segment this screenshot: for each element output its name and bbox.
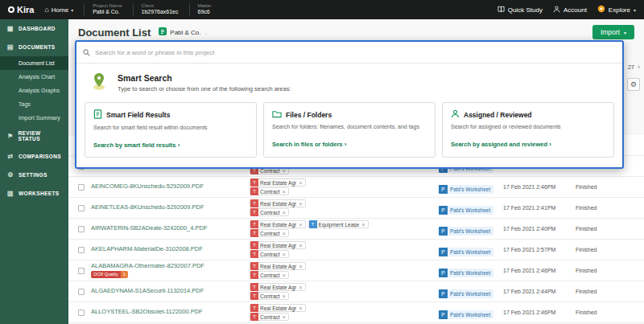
search-input[interactable] bbox=[95, 49, 616, 56]
tag-remove-icon[interactable]: × bbox=[283, 293, 286, 300]
home-button[interactable]: ⌂ Home ▾ bbox=[44, 6, 73, 14]
sidebar-item-documents[interactable]: ▤DOCUMENTS bbox=[0, 38, 68, 56]
pagination-next-icon[interactable]: › bbox=[638, 63, 640, 71]
sidebar-item-worksheets[interactable]: ▥WORKSHEETS bbox=[0, 184, 68, 203]
import-button[interactable]: Import ▾ bbox=[592, 25, 634, 39]
row-checkbox[interactable] bbox=[78, 310, 85, 316]
settings-icon: ⚙ bbox=[6, 171, 14, 178]
row-checkbox[interactable] bbox=[78, 184, 85, 191]
card-link[interactable]: Search by assigned and reviewed › bbox=[451, 141, 551, 148]
tag-label: Real Estate Agr bbox=[260, 180, 296, 186]
tag-remove-icon[interactable]: × bbox=[283, 272, 286, 279]
tag-remove-icon[interactable]: × bbox=[299, 263, 302, 270]
card-link[interactable]: Search by smart field results › bbox=[93, 141, 180, 149]
search-card-smart-field-results[interactable]: Smart Field ResultsSearch for smart fiel… bbox=[85, 102, 257, 158]
smart-field-tags: TReal Estate Agr×TContract× bbox=[250, 199, 439, 216]
sidebar-item-analysis-graphs[interactable]: Analysis Graphs bbox=[0, 84, 68, 97]
ocr-quality-badge: OCR Quality1 bbox=[91, 271, 128, 278]
worksheet-badge[interactable]: PPabl's Worksheet bbox=[439, 269, 493, 277]
tag-remove-icon[interactable]: × bbox=[299, 242, 302, 249]
project-name-field: Project Name Pabl & Co. bbox=[84, 3, 122, 16]
document-link[interactable]: AIRWATERIN-SB2ADeale-3242000_4.PDF bbox=[91, 225, 250, 232]
account-button[interactable]: Account bbox=[553, 6, 587, 14]
tag-remove-icon[interactable]: × bbox=[299, 200, 302, 207]
card-description: Search for assigned or reviewed document… bbox=[451, 123, 605, 130]
search-card-assigned-reviewed[interactable]: Assigned / ReviewedSearch for assigned o… bbox=[442, 102, 614, 158]
sidebar-item-dashboard[interactable]: ▦DASHBOARD bbox=[0, 19, 68, 38]
worksheet-badge[interactable]: PPabl's Worksheet bbox=[439, 310, 493, 319]
explore-button[interactable]: Explore ▾ bbox=[597, 5, 636, 14]
project-doc-icon bbox=[159, 27, 167, 37]
tag-pill: TContract× bbox=[250, 250, 289, 258]
chevron-down-icon: ▾ bbox=[634, 7, 636, 13]
smart-field-tags: TReal Estate Agr×TContract× bbox=[250, 178, 439, 195]
quick-study-button[interactable]: Quick Study bbox=[497, 6, 543, 14]
map-pin-icon bbox=[89, 72, 109, 94]
tag-type-icon: T bbox=[250, 313, 258, 321]
smart-search-panel: Smart Search Type to search or choose fr… bbox=[75, 40, 624, 169]
breadcrumb-label: Pabl & Co. bbox=[170, 29, 200, 36]
pagination: 27 › bbox=[628, 63, 640, 71]
tag-remove-icon[interactable]: × bbox=[283, 209, 286, 216]
row-checkbox[interactable] bbox=[78, 289, 85, 295]
row-checkbox[interactable] bbox=[78, 247, 85, 253]
document-link[interactable]: ALABAMAGRA-Othermater-8292007.PDF bbox=[91, 263, 250, 270]
tag-remove-icon[interactable]: × bbox=[299, 221, 302, 228]
tag-type-icon: T bbox=[250, 292, 258, 300]
row-checkbox[interactable] bbox=[78, 226, 85, 232]
tag-remove-icon[interactable]: × bbox=[299, 305, 302, 312]
tag-remove-icon[interactable]: × bbox=[361, 221, 365, 228]
sidebar-item-comparisons[interactable]: ⇄COMPARISONS bbox=[0, 147, 68, 166]
client-label: Client bbox=[142, 3, 179, 10]
tag-remove-icon[interactable]: × bbox=[283, 314, 286, 321]
worksheet-badge[interactable]: PPabl's Worksheet bbox=[439, 248, 493, 256]
sidebar-item-analysis-chart[interactable]: Analysis Chart bbox=[0, 70, 68, 84]
worksheet-badge[interactable]: PPabl's Worksheet bbox=[439, 185, 493, 194]
document-link[interactable]: ALLOYSTEEL-SB2Obsolet-1122000.PDF bbox=[91, 309, 250, 316]
document-link[interactable]: AEINCOMEG-8KUnschedu-5292009.PDF bbox=[91, 183, 250, 191]
worksheet-badge[interactable]: PPabl's Worksheet bbox=[439, 289, 493, 298]
sidebar-item-settings[interactable]: ⚙SETTINGS bbox=[0, 166, 68, 184]
table-row: ALLOYSTEEL-SB2Obsolet-1122000.PDFTReal E… bbox=[68, 302, 644, 323]
import-date: 17 Feb 2021 2:46PM bbox=[503, 310, 568, 315]
kira-logo-icon bbox=[8, 6, 14, 13]
tag-remove-icon[interactable]: × bbox=[299, 179, 302, 187]
tag-remove-icon[interactable]: × bbox=[283, 188, 286, 195]
review-status: Finished bbox=[568, 247, 644, 252]
review-status: Finished bbox=[568, 184, 644, 190]
tag-label: Contract bbox=[260, 189, 280, 195]
row-checkbox[interactable] bbox=[78, 268, 85, 274]
table-settings-button[interactable]: ⚙ bbox=[627, 78, 640, 91]
tag-remove-icon[interactable]: × bbox=[299, 284, 302, 291]
worksheet-icon: P bbox=[439, 206, 448, 215]
search-card-files-folders[interactable]: Files / FoldersSearch for folders: filen… bbox=[263, 102, 436, 158]
matter-label: Matter bbox=[198, 3, 212, 10]
import-date: 17 Feb 2021 2:44PM bbox=[503, 289, 568, 294]
sidebar-item-import-summary[interactable]: Import Summary bbox=[0, 111, 68, 125]
chevron-right-icon: › bbox=[345, 141, 347, 148]
worksheet-badge[interactable]: PPabl's Worksheet bbox=[439, 206, 493, 215]
kira-logo[interactable]: Kira bbox=[8, 5, 34, 14]
search-bar[interactable] bbox=[76, 42, 622, 64]
tag-type-icon: T bbox=[250, 241, 258, 249]
sidebar-item-tags[interactable]: Tags bbox=[0, 97, 68, 111]
document-link[interactable]: AKELAPHARM-MaterialDe-3102008.PDF bbox=[91, 246, 250, 253]
document-link[interactable]: ALGAEDYNAM-S1ASecurit-1132014.PDF bbox=[91, 288, 250, 295]
tag-pill: TReal Estate Agr× bbox=[250, 304, 306, 312]
tag-type-icon: T bbox=[309, 220, 317, 228]
sidebar-item-review-status[interactable]: ⚑REVIEW STATUS bbox=[0, 125, 68, 147]
tag-remove-icon[interactable]: × bbox=[283, 251, 286, 258]
row-checkbox[interactable] bbox=[78, 205, 85, 211]
review-status-icon: ⚑ bbox=[6, 133, 14, 140]
document-link[interactable]: AEINETLEAS-8KUnschedu-5292009.PDF bbox=[91, 204, 250, 211]
sidebar-item-document-list[interactable]: Document List bbox=[0, 56, 68, 70]
tag-type-icon: T bbox=[250, 178, 258, 187]
tag-type-icon: T bbox=[250, 304, 258, 312]
worksheet-icon: P bbox=[439, 310, 448, 319]
tag-label: Real Estate Agr bbox=[260, 243, 296, 248]
worksheet-badge[interactable]: PPabl's Worksheet bbox=[439, 227, 493, 236]
tag-type-icon: T bbox=[250, 199, 258, 207]
card-link[interactable]: Search in files or folders › bbox=[272, 141, 346, 148]
breadcrumb[interactable]: Pabl & Co. ⌄ bbox=[159, 27, 208, 37]
tag-remove-icon[interactable]: × bbox=[283, 230, 286, 237]
